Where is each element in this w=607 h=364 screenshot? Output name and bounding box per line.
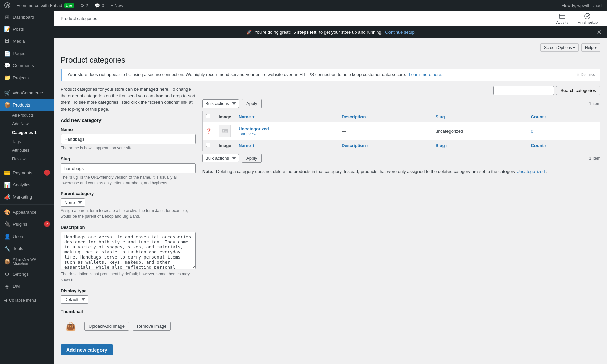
categories-badge: 1 bbox=[34, 130, 37, 135]
display-type-select[interactable]: Default bbox=[61, 295, 88, 304]
sidebar-item-woocommerce[interactable]: 🛒 WooCommerce bbox=[0, 87, 54, 99]
parent-category-group: Parent category None Assign a parent ter… bbox=[61, 191, 196, 219]
notice-dismiss-button[interactable]: ✕ Dismiss bbox=[576, 72, 595, 77]
sidebar-item-add-new[interactable]: Add New bbox=[0, 120, 54, 128]
name-input[interactable] bbox=[61, 134, 196, 144]
screen-options-button[interactable]: Screen Options bbox=[540, 43, 579, 52]
header-description[interactable]: Description ↕ bbox=[338, 111, 432, 122]
sidebar-item-tools[interactable]: 🔧 Tools bbox=[0, 242, 54, 254]
item-count-top: 1 item bbox=[589, 101, 600, 106]
parent-category-label: Parent category bbox=[61, 191, 196, 196]
sidebar-item-categories[interactable]: Categories 1 bbox=[0, 128, 54, 137]
parent-category-select[interactable]: None bbox=[61, 198, 85, 207]
search-input[interactable] bbox=[493, 86, 554, 95]
description-textarea[interactable]: Handbags are versatile and essential acc… bbox=[61, 232, 196, 269]
help-button[interactable]: Help bbox=[581, 43, 600, 52]
sidebar-item-analytics[interactable]: 📊 Analytics bbox=[0, 179, 54, 191]
banner-close-button[interactable]: ✕ bbox=[597, 29, 602, 36]
add-category-button[interactable]: Add new category bbox=[61, 344, 113, 355]
user-greeting: Howdy, wpwithfahad bbox=[559, 3, 604, 8]
payments-icon: 💳 bbox=[4, 170, 10, 176]
header-count[interactable]: Count ↕ bbox=[527, 111, 589, 122]
bulk-actions-select-bottom[interactable]: Bulk actions bbox=[202, 154, 239, 162]
sidebar-item-settings[interactable]: ⚙ Settings bbox=[0, 268, 54, 280]
row-count-link[interactable]: 0 bbox=[531, 129, 533, 134]
footer-description[interactable]: Description ↕ bbox=[338, 140, 432, 151]
sidebar-label-payments: Payments bbox=[13, 170, 32, 175]
sidebar-item-all-products[interactable]: All Products bbox=[0, 111, 54, 120]
parent-hint: Assign a parent term to create a hierarc… bbox=[61, 208, 196, 219]
apply-button-bottom[interactable]: Apply bbox=[242, 154, 262, 163]
note-title: Note: bbox=[202, 169, 213, 174]
tablenav-top: Bulk actions Apply 1 item bbox=[202, 99, 600, 108]
adminbar-revisions[interactable]: ⟳ 2 bbox=[78, 0, 91, 11]
row-count-cell: 0 bbox=[527, 122, 589, 140]
banner-link[interactable]: Continue setup bbox=[385, 30, 414, 35]
site-name[interactable]: Ecommerce with Fahad Live bbox=[13, 0, 77, 11]
tools-icon: 🔧 bbox=[4, 245, 10, 252]
note-text: Deleting a category does not delete the … bbox=[216, 169, 515, 174]
header-slug[interactable]: Slug ↕ bbox=[432, 111, 527, 122]
sidebar-item-appearance[interactable]: 🎨 Appearance bbox=[0, 206, 54, 218]
wp-logo[interactable]: W bbox=[3, 0, 12, 11]
posts-icon: 📝 bbox=[4, 26, 10, 32]
search-wrap: Search categories bbox=[202, 86, 600, 95]
sidebar-item-tags[interactable]: Tags bbox=[0, 137, 54, 146]
sidebar-item-payments[interactable]: 💳 Payments 1 bbox=[0, 166, 54, 179]
row-drag-handle[interactable]: ≡ bbox=[593, 128, 597, 134]
sidebar-item-all-in-one[interactable]: 📦 All-in-One WP Migration bbox=[0, 254, 54, 268]
sidebar-item-reviews[interactable]: Reviews bbox=[0, 155, 54, 163]
description-label: Description bbox=[61, 225, 196, 230]
footer-select-all[interactable] bbox=[206, 143, 210, 147]
adminbar-new[interactable]: + New bbox=[108, 0, 126, 11]
banner-bold: 5 steps left bbox=[293, 30, 316, 35]
row-info-icon[interactable]: ❓ bbox=[206, 128, 212, 134]
note-uncategorized-link[interactable]: Uncategorized bbox=[517, 169, 545, 174]
sidebar-item-projects[interactable]: 📁 Projects bbox=[0, 71, 54, 84]
adminbar-comments[interactable]: 💬 0 bbox=[92, 0, 107, 11]
sidebar-label-users: Users bbox=[13, 234, 24, 239]
row-name-link[interactable]: Uncategorized bbox=[239, 126, 269, 131]
upload-image-button[interactable]: Upload/Add image bbox=[84, 322, 129, 331]
collapse-menu-button[interactable]: ◀ Collapse menu bbox=[0, 295, 54, 305]
sidebar-item-posts[interactable]: 📝 Posts bbox=[0, 23, 54, 35]
sidebar-item-media[interactable]: 🖼 Media bbox=[0, 35, 54, 47]
sidebar-item-marketing[interactable]: 📣 Marketing bbox=[0, 191, 54, 203]
search-button[interactable]: Search categories bbox=[556, 86, 600, 95]
screen-options-bar: Screen Options Help bbox=[61, 43, 600, 52]
slug-input[interactable] bbox=[61, 163, 196, 173]
payments-badge: 1 bbox=[44, 170, 50, 176]
sidebar-label-products: Products bbox=[13, 102, 30, 108]
row-view-link[interactable]: View bbox=[248, 132, 256, 136]
footer-name[interactable]: Name ⬆ bbox=[235, 140, 338, 151]
setup-banner: 🚀 You're doing great! 5 steps left to ge… bbox=[54, 26, 607, 38]
finish-setup-icon bbox=[584, 13, 591, 20]
footer-slug[interactable]: Slug ↕ bbox=[432, 140, 527, 151]
sidebar-item-users[interactable]: 👤 Users bbox=[0, 230, 54, 242]
thumbnail-wrap: 👜 Upload/Add image Remove image bbox=[61, 316, 196, 336]
page-header-bar: Product categories Activity Finish setup bbox=[54, 11, 607, 26]
footer-count[interactable]: Count ↕ bbox=[527, 140, 589, 151]
activity-button[interactable]: Activity bbox=[554, 11, 571, 26]
bulk-actions-select-top[interactable]: Bulk actions bbox=[202, 99, 239, 108]
sidebar-label-pages: Pages bbox=[13, 51, 25, 56]
sidebar-item-plugins[interactable]: 🔌 Plugins 2 bbox=[0, 218, 54, 230]
sidebar-item-products[interactable]: 📦 Products bbox=[0, 99, 54, 111]
notice-link[interactable]: Learn more here. bbox=[409, 72, 442, 77]
header-name[interactable]: Name ⬆ bbox=[235, 111, 338, 122]
row-edit-link[interactable]: Edit bbox=[239, 132, 245, 136]
finish-setup-button[interactable]: Finish setup bbox=[575, 11, 600, 26]
apply-button-top[interactable]: Apply bbox=[242, 99, 262, 108]
note-section: Note: Deleting a category does not delet… bbox=[202, 168, 600, 175]
sidebar-label-plugins: Plugins bbox=[13, 222, 27, 227]
footer-checkbox bbox=[203, 140, 215, 151]
sidebar-item-comments[interactable]: 💬 Comments bbox=[0, 59, 54, 71]
header-checkbox bbox=[203, 111, 215, 122]
select-all-checkbox[interactable] bbox=[206, 114, 210, 118]
sidebar-item-divi[interactable]: ◈ Divi bbox=[0, 280, 54, 292]
dashboard-icon: ⊞ bbox=[4, 14, 10, 20]
sidebar-item-dashboard[interactable]: ⊞ Dashboard bbox=[0, 11, 54, 23]
remove-image-button[interactable]: Remove image bbox=[133, 322, 171, 331]
sidebar-item-pages[interactable]: 📄 Pages bbox=[0, 47, 54, 59]
sidebar-item-attributes[interactable]: Attributes bbox=[0, 146, 54, 155]
